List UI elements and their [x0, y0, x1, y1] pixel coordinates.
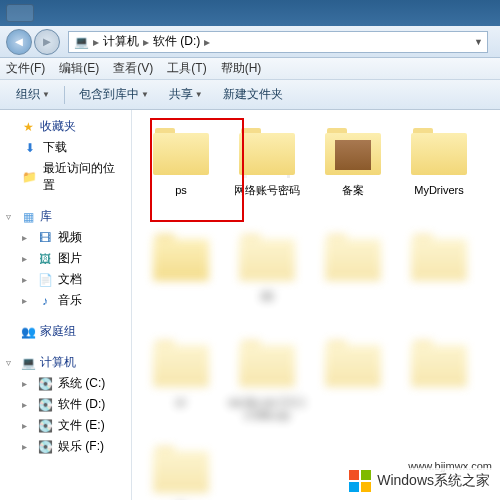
item-label: Ali [261, 290, 273, 303]
title-bar [0, 0, 500, 26]
expand-icon: ▸ [22, 420, 32, 431]
expand-icon: ▸ [22, 441, 32, 452]
file-item[interactable]: wa Ap ysc 5.5.12-64b.zip [226, 336, 308, 436]
chevron-down-icon: ▼ [141, 90, 149, 99]
blur-icon [323, 336, 383, 392]
file-item[interactable] [312, 230, 394, 330]
blur-icon [323, 230, 383, 286]
file-item[interactable] [398, 336, 480, 436]
expand-icon: ▸ [22, 295, 32, 306]
homegroup-header[interactable]: 👥家庭组 [0, 321, 131, 342]
expand-icon: ▿ [6, 211, 16, 222]
item-label: wa Ap ysc 5.5.12-64b.zip [226, 396, 308, 422]
sidebar-item-drive-e[interactable]: ▸💽文件 (E:) [0, 415, 131, 436]
sidebar-item-video[interactable]: ▸🎞视频 [0, 227, 131, 248]
chevron-down-icon: ▼ [195, 90, 203, 99]
picture-icon: 🖼 [37, 251, 53, 267]
crumb-computer[interactable]: 计算机 [103, 33, 139, 50]
content-pane[interactable]: ps网络账号密码备案MyDriversAlierwa Ap ysc 5.5.12… [132, 110, 500, 500]
blur-icon [151, 336, 211, 392]
menu-view[interactable]: 查看(V) [113, 60, 153, 77]
include-button[interactable]: 包含到库中▼ [71, 83, 157, 106]
expand-icon: ▸ [22, 274, 32, 285]
chevron-right-icon: ▸ [143, 35, 149, 49]
blur-icon [409, 336, 469, 392]
sidebar-item-music[interactable]: ▸♪音乐 [0, 290, 131, 311]
chevron-right-icon: ▸ [204, 35, 210, 49]
chevron-down-icon: ▼ [42, 90, 50, 99]
crumb-drive[interactable]: 软件 (D:) [153, 33, 200, 50]
computer-header[interactable]: ▿💻计算机 [0, 352, 131, 373]
music-icon: ♪ [37, 293, 53, 309]
item-label: 备案 [342, 184, 364, 197]
computer-icon: 💻 [73, 34, 89, 50]
drive-icon: 💽 [37, 376, 53, 392]
file-item[interactable]: N [140, 442, 222, 500]
file-item[interactable] [398, 230, 480, 330]
item-label: ps [175, 184, 187, 197]
address-bar: ◄ ► 💻 ▸ 计算机 ▸ 软件 (D:) ▸ ▼ [0, 26, 500, 58]
libraries-group: ▿▦库 ▸🎞视频 ▸🖼图片 ▸📄文档 ▸♪音乐 [0, 206, 131, 311]
dropdown-icon[interactable]: ▼ [474, 37, 483, 47]
menu-tools[interactable]: 工具(T) [167, 60, 206, 77]
blur-icon [237, 336, 297, 392]
recent-icon: 📁 [22, 169, 38, 185]
file-item[interactable]: Ali [226, 230, 308, 330]
expand-icon: ▸ [22, 232, 32, 243]
sidebar: ★收藏夹 ⬇下载 📁最近访问的位置 ▿▦库 ▸🎞视频 ▸🖼图片 ▸📄文档 ▸♪音… [0, 110, 132, 500]
explorer-body: ★收藏夹 ⬇下载 📁最近访问的位置 ▿▦库 ▸🎞视频 ▸🖼图片 ▸📄文档 ▸♪音… [0, 110, 500, 500]
expand-icon: ▸ [22, 253, 32, 264]
item-label: 网络账号密码 [234, 184, 300, 197]
libraries-header[interactable]: ▿▦库 [0, 206, 131, 227]
file-item[interactable]: er [140, 336, 222, 436]
menu-file[interactable]: 文件(F) [6, 60, 45, 77]
sidebar-item-pictures[interactable]: ▸🖼图片 [0, 248, 131, 269]
chevron-right-icon: ▸ [93, 35, 99, 49]
blur-icon [237, 230, 297, 286]
file-item[interactable]: 网络账号密码 [226, 124, 308, 224]
file-item[interactable]: 备案 [312, 124, 394, 224]
sidebar-item-drive-d[interactable]: ▸💽软件 (D:) [0, 394, 131, 415]
imgfolder-icon [323, 124, 383, 180]
breadcrumb[interactable]: 💻 ▸ 计算机 ▸ 软件 (D:) ▸ ▼ [68, 31, 488, 53]
computer-icon: 💻 [20, 355, 36, 371]
drive-icon: 💽 [37, 397, 53, 413]
back-button[interactable]: ◄ [6, 29, 32, 55]
window-button[interactable] [6, 4, 34, 22]
toolbar: 组织▼ 包含到库中▼ 共享▼ 新建文件夹 [0, 80, 500, 110]
blur-icon [151, 442, 211, 498]
sidebar-item-drive-f[interactable]: ▸💽娱乐 (F:) [0, 436, 131, 457]
favorites-group: ★收藏夹 ⬇下载 📁最近访问的位置 [0, 116, 131, 196]
sidebar-item-recent[interactable]: 📁最近访问的位置 [0, 158, 131, 196]
menu-bar: 文件(F) 编辑(E) 查看(V) 工具(T) 帮助(H) [0, 58, 500, 80]
expand-icon: ▸ [22, 399, 32, 410]
menu-edit[interactable]: 编辑(E) [59, 60, 99, 77]
item-label: er [176, 396, 186, 409]
docs-icon [237, 124, 297, 180]
video-icon: 🎞 [37, 230, 53, 246]
organize-button[interactable]: 组织▼ [8, 83, 58, 106]
folder-icon [151, 230, 211, 286]
file-item[interactable] [140, 230, 222, 330]
drive-icon: 💽 [37, 439, 53, 455]
sidebar-item-documents[interactable]: ▸📄文档 [0, 269, 131, 290]
homegroup-group: 👥家庭组 [0, 321, 131, 342]
menu-help[interactable]: 帮助(H) [221, 60, 262, 77]
blur-icon [409, 230, 469, 286]
favorites-header[interactable]: ★收藏夹 [0, 116, 131, 137]
file-item[interactable]: MyDrivers [398, 124, 480, 224]
drive-icon: 💽 [37, 418, 53, 434]
document-icon: 📄 [37, 272, 53, 288]
library-icon: ▦ [20, 209, 36, 225]
item-label: MyDrivers [414, 184, 464, 197]
sidebar-item-downloads[interactable]: ⬇下载 [0, 137, 131, 158]
computer-group: ▿💻计算机 ▸💽系统 (C:) ▸💽软件 (D:) ▸💽文件 (E:) ▸💽娱乐… [0, 352, 131, 457]
sidebar-item-drive-c[interactable]: ▸💽系统 (C:) [0, 373, 131, 394]
file-item[interactable]: ps [140, 124, 222, 224]
newfolder-button[interactable]: 新建文件夹 [215, 83, 291, 106]
forward-button[interactable]: ► [34, 29, 60, 55]
folder-icon [151, 124, 211, 180]
separator [64, 86, 65, 104]
share-button[interactable]: 共享▼ [161, 83, 211, 106]
file-item[interactable] [312, 336, 394, 436]
